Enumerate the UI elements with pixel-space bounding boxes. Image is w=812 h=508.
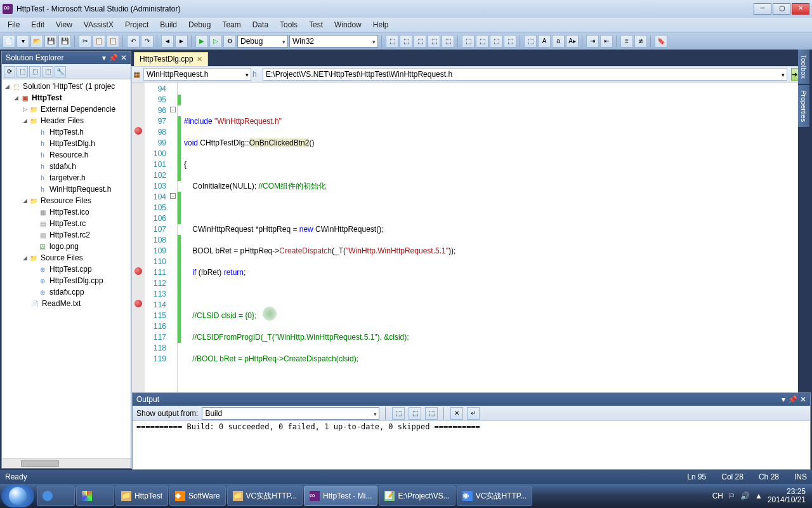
tb-icon[interactable]: ⬚ [386,35,398,48]
output-text[interactable]: ========== Build: 0 succeeded, 0 failed,… [133,421,810,469]
output-source-combo[interactable]: Build [202,407,379,420]
file-node[interactable]: ReadMe.txt [42,299,81,308]
indent-button[interactable]: ⇥ [586,35,599,48]
toolbox-tab[interactable]: Toolbox [798,50,809,84]
menu-team[interactable]: Team [217,19,246,30]
taskbar-item[interactable]: 📁VC实战HTTP... [227,486,303,506]
ext-deps-node[interactable]: External Dependencie [41,105,115,114]
comment-button[interactable]: ≡ [620,35,633,48]
attach-button[interactable]: ⚙ [223,35,236,48]
undo-button[interactable]: ↶ [127,35,140,48]
toggle-wrap-button[interactable]: ↵ [467,407,480,420]
platform-combo[interactable]: Win32 [289,35,378,48]
tray-icon[interactable]: 🔊 [740,491,750,500]
solution-tree[interactable]: ◢⬚Solution 'HttpTest' (1 projec ◢▣HttpTe… [2,79,131,458]
menu-project[interactable]: Project [120,19,154,30]
start-button[interactable] [1,485,34,507]
breakpoint-icon[interactable] [134,127,142,135]
file-node[interactable]: WinHttpRequest.h [49,185,111,194]
file-node[interactable]: stdafx.h [49,162,76,171]
panel-close-icon[interactable]: ✕ [121,51,127,64]
nav-back-button[interactable]: ◄ [161,35,174,48]
config-combo[interactable]: Debug [237,35,288,48]
panel-close-icon[interactable]: ✕ [800,393,806,406]
tb-icon[interactable]: ⬚ [524,35,537,48]
start-nodebug-button[interactable]: ▷ [209,35,222,48]
tb-icon[interactable]: ⬚ [400,35,412,48]
breakpoint-icon[interactable] [134,300,142,307]
pin-icon[interactable]: 📌 [108,51,118,64]
menu-view[interactable]: View [51,19,77,30]
open-button[interactable]: 📂 [30,35,43,48]
file-node[interactable]: logo.png [49,242,79,251]
tray-icon[interactable]: ⚐ [728,491,735,500]
pin-icon[interactable]: 📌 [788,393,797,406]
menu-test[interactable]: Test [304,19,328,30]
file-node[interactable]: HttpTest.h [49,128,84,137]
save-button[interactable]: 💾 [44,35,57,48]
project-node[interactable]: HttpTest [32,93,62,102]
breakpoint-icon[interactable] [134,267,142,275]
panel-dropdown-icon[interactable]: ▾ [102,51,106,64]
clock[interactable]: 23:252014/10/21 [768,488,806,504]
sol-tb-icon[interactable]: ⟳ [4,66,15,77]
horizontal-scrollbar[interactable] [2,458,131,468]
menu-help[interactable]: Help [368,19,394,30]
minimize-button[interactable]: ─ [754,3,771,15]
paste-button[interactable]: 📋 [107,35,119,48]
solution-node[interactable]: Solution 'HttpTest' (1 projec [23,82,115,91]
taskbar-item[interactable] [76,486,114,506]
tray-icon[interactable]: ▲ [755,491,763,500]
file-node[interactable]: HttpTest.cpp [49,265,92,274]
system-tray[interactable]: CH ⚐ 🔊 ▲ 23:252014/10/21 [712,488,811,504]
menu-debug[interactable]: Debug [183,19,216,30]
file-node[interactable]: HttpTest.rc2 [49,231,90,239]
file-node[interactable]: HttpTestDlg.cpp [49,276,103,285]
output-tb-icon[interactable]: ⬚ [425,407,438,420]
outdent-button[interactable]: ⇤ [600,35,613,48]
collapse-icon[interactable]: - [170,193,176,199]
menu-file[interactable]: File [3,19,25,30]
file-node[interactable]: stdafx.cpp [49,288,84,297]
ime-indicator[interactable]: CH [712,491,723,500]
tb-icon[interactable]: ⬚ [504,35,516,48]
resource-files-node[interactable]: Resource Files [41,196,91,205]
scope-combo[interactable]: WinHttpRequest.h [143,68,251,81]
output-tb-icon[interactable]: ⬚ [409,407,421,420]
sol-tb-icon[interactable]: ⬚ [29,66,41,77]
menu-data[interactable]: Data [247,19,273,30]
panel-dropdown-icon[interactable]: ▾ [782,393,785,406]
copy-button[interactable]: 📋 [93,35,105,48]
clear-output-button[interactable]: ✕ [450,407,463,420]
maximize-button[interactable]: ▢ [773,3,790,15]
tb-icon[interactable]: ⬚ [442,35,454,48]
collapse-icon[interactable]: - [170,107,176,112]
menu-tools[interactable]: Tools [275,19,303,30]
taskbar-item[interactable] [37,486,75,506]
nav-fwd-button[interactable]: ► [175,35,188,48]
header-files-node[interactable]: Header Files [41,116,84,125]
tb-icon[interactable]: ⬚ [414,35,426,48]
properties-tab[interactable]: Properties [798,85,809,127]
new-project-button[interactable]: 📄 [3,35,15,48]
tb-icon[interactable]: A▸ [566,35,579,48]
taskbar-item[interactable]: ◆SoftWare [169,486,226,506]
file-node[interactable]: HttpTestDlg.h [49,139,95,148]
taskbar-item-active[interactable]: ∞HttpTest - Mi... [304,486,377,506]
sol-tb-icon[interactable]: ⬚ [42,66,53,77]
menu-window[interactable]: Window [329,19,367,30]
tab-close-icon[interactable]: ✕ [197,53,202,66]
tb-icon[interactable]: ⬚ [490,35,502,48]
tb-icon[interactable]: ⬚ [462,35,475,48]
member-combo[interactable]: E:\Project\VS.NET\HttpTest\HttpTest\WinH… [263,68,787,81]
output-tb-icon[interactable]: ⬚ [392,407,405,420]
tb-icon[interactable]: ⬚ [428,35,440,48]
redo-button[interactable]: ↷ [141,35,154,48]
start-debug-button[interactable]: ▶ [195,35,208,48]
tb-icon[interactable]: A [538,35,551,48]
menu-build[interactable]: Build [155,19,182,30]
tb-icon[interactable]: a [552,35,565,48]
uncomment-button[interactable]: ≢ [634,35,647,48]
add-item-button[interactable]: ▾ [16,35,29,48]
menu-vassistx[interactable]: VAssistX [79,19,119,30]
